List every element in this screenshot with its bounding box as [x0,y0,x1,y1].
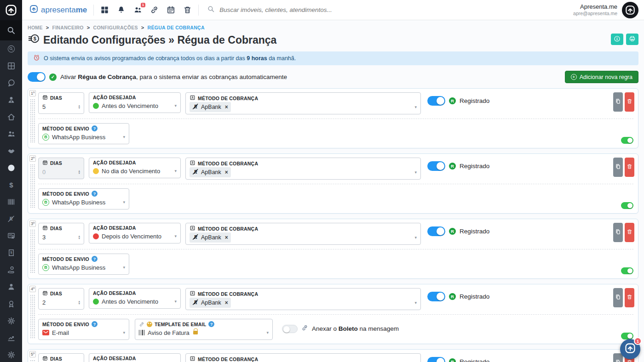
help-icon[interactable]: ? [92,256,98,262]
sidebar-item-team[interactable] [0,125,22,142]
rule-enabled-toggle[interactable] [621,137,633,144]
notification-badge: 1 [634,337,642,345]
delete-rule-button[interactable] [625,223,634,242]
sidebar-item-settings[interactable] [0,312,22,329]
sidebar-item-clients[interactable] [0,91,22,108]
search-input[interactable] [219,6,413,13]
template-email-select[interactable]: TEMPLATE DE EMAIL? Aviso de Fatura▾ [135,319,273,340]
remove-tag-icon[interactable]: × [225,234,228,241]
duplicate-rule-button[interactable] [613,92,623,112]
breadcrumb-item[interactable]: RÉGUA DE COBRANÇA [148,25,205,30]
number-stepper[interactable]: ▴▾ [78,104,80,109]
acao-desejada-select[interactable]: AÇÃO DESEJADA Antes do Vencimento▾ [89,92,181,113]
remove-tag-icon[interactable]: × [225,169,228,175]
registrado-toggle[interactable] [427,226,445,236]
duplicate-rule-button[interactable] [613,288,623,307]
registrado-toggle[interactable] [427,357,445,362]
sidebar-item-reports[interactable] [0,329,22,346]
metodo-cobranca-select[interactable]: MÉTODO DE COBRANÇA RApBank×▾ [185,288,421,310]
copy-icon [615,359,621,362]
metodo-cobranca-select[interactable]: MÉTODO DE COBRANÇA RApBank×▾ [185,158,421,180]
help-icon[interactable]: ? [92,191,98,197]
drag-handle-icon[interactable] [30,360,35,362]
info-button[interactable] [611,34,623,45]
sidebar-item-properties[interactable] [0,108,22,125]
sidebar-item-whatsapp[interactable] [0,74,22,91]
brand-logo[interactable]: apresentame [29,5,87,16]
calendar-icon[interactable] [167,6,175,14]
apps-icon[interactable] [100,6,109,14]
sidebar-item-dashboard[interactable] [0,57,22,74]
drag-handle-icon[interactable] [30,99,35,143]
delete-rule-button[interactable] [625,288,634,307]
metodo-envio-select[interactable]: MÉTODO DE ENVIO? BWhatsApp Business▾ [38,123,129,144]
dias-field[interactable]: DIAS 2 ▴▾ [38,288,84,310]
breadcrumb-item[interactable]: CONFIGURAÇÕES [93,25,138,30]
help-icon[interactable]: ? [208,321,214,327]
metodo-envio-select[interactable]: MÉTODO DE ENVIO? E-mail▾ [38,319,129,340]
sidebar-item-search[interactable] [0,20,22,40]
registrado-toggle[interactable] [427,292,445,301]
metodo-envio-select[interactable]: MÉTODO DE ENVIO? BWhatsApp Business▾ [38,188,129,209]
add-rule-button[interactable]: + Adicionar nova regra [565,71,638,83]
avatar[interactable] [622,2,638,18]
drag-handle-icon[interactable] [30,229,35,274]
acao-desejada-select[interactable]: AÇÃO DESEJADA Depois do Vencimento▾ [89,223,181,243]
sidebar-item-certificates[interactable] [0,227,22,244]
floating-chat-button[interactable]: 1 [620,339,640,359]
drag-handle-icon[interactable] [30,164,35,209]
link-icon[interactable] [150,6,159,14]
acao-desejada-select[interactable]: AÇÃO DESEJADA No dia do Vencimento▾ [89,158,181,178]
metodo-cobranca-select[interactable]: MÉTODO DE COBRANÇA RApBank×▾ [185,223,421,245]
registrado-toggle[interactable] [427,96,445,106]
bell-icon[interactable] [117,6,126,14]
dias-field[interactable]: DIAS 3 ▴▾ [38,223,84,244]
help-icon[interactable]: ? [92,321,98,327]
print-button[interactable] [626,34,638,45]
number-stepper[interactable]: ▴▾ [78,300,80,305]
lock-icon [193,331,198,334]
sidebar-item-tools[interactable] [0,346,22,362]
breadcrumb-item[interactable]: FINANCEIRO [52,25,83,30]
metodo-envio-select[interactable]: MÉTODO DE ENVIO? BWhatsApp Business▾ [38,254,129,275]
app-logo[interactable] [0,0,22,20]
breadcrumb-item[interactable]: HOME [28,25,43,30]
dias-field[interactable]: DIAS 0 ▴▾ [38,158,84,179]
team-icon[interactable]: 1 [133,6,142,14]
delete-rule-button[interactable] [625,92,634,112]
remove-tag-icon[interactable]: × [225,300,228,306]
rule-enabled-toggle[interactable] [621,333,633,339]
acao-desejada-select[interactable]: AÇÃO DESEJADA ▾ [89,353,181,362]
trash-icon[interactable] [183,6,192,14]
account-info[interactable]: Apresenta.me apre@apresenta.me [573,3,617,17]
sidebar-item-commissions[interactable] [0,261,22,278]
metodo-cobranca-select[interactable]: MÉTODO DE COBRANÇA ▾ [185,353,421,362]
duplicate-rule-button[interactable] [613,223,623,242]
sidebar-item-barcode[interactable] [0,193,22,210]
sidebar-item-apbank[interactable]: R [0,210,22,227]
sidebar-item-search-alt[interactable] [0,40,22,57]
rule-enabled-toggle[interactable] [621,202,633,209]
sidebar-item-agents[interactable] [0,278,22,295]
chevron-down-icon: ▾ [414,105,417,109]
anexar-boleto-toggle[interactable] [282,325,298,333]
delete-rule-button[interactable] [625,158,634,177]
sidebar-item-invoices[interactable]: $ [0,244,22,261]
sidebar-item-financeiro[interactable]: $ [0,159,22,176]
dias-field[interactable]: DIAS ▴▾ [38,353,84,362]
drag-handle-icon[interactable] [30,294,35,339]
sidebar-item-awards[interactable] [0,295,22,312]
remove-tag-icon[interactable]: × [225,104,228,110]
rule-enabled-toggle[interactable] [621,267,633,274]
duplicate-rule-button[interactable] [613,158,623,177]
number-stepper[interactable]: ▴▾ [78,170,80,175]
sidebar-item-partnerships[interactable] [0,142,22,159]
registrado-toggle[interactable] [427,161,445,171]
sidebar-item-sales[interactable]: $ [0,176,22,193]
acao-desejada-select[interactable]: AÇÃO DESEJADA Antes do Vencimento▾ [89,288,181,309]
number-stepper[interactable]: ▴▾ [78,235,80,240]
help-icon[interactable]: ? [92,125,98,131]
activate-regua-toggle[interactable] [28,72,46,82]
metodo-cobranca-select[interactable]: MÉTODO DE COBRANÇA RApBank×▾ [185,92,421,114]
dias-field[interactable]: DIAS 5 ▴▾ [38,92,84,114]
